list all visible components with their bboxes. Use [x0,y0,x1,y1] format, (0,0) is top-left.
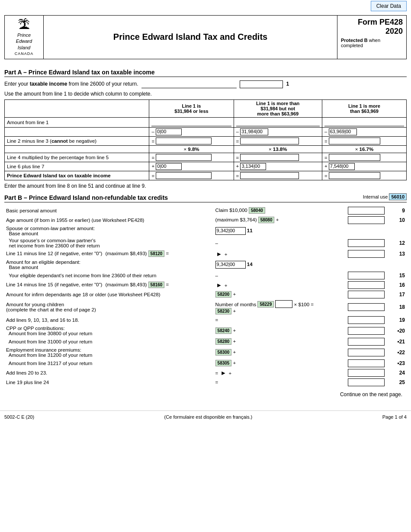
row6-col3-input[interactable] [329,154,381,161]
clear-data-button[interactable]: Clear Data [371,1,407,11]
table-row: Amount for infirm dependants age 18 or o… [4,290,407,299]
col1-header: Line 1 is$31,984 or less [149,99,234,117]
line19-eq: = [214,315,326,325]
table-row: Spouse or common-law partner amount: Bas… [4,225,407,237]
line20-input[interactable] [348,327,385,335]
line13-eq: = [166,251,169,256]
line25-input-cell [346,378,386,387]
line16-empty [326,280,347,290]
footer-left: 5002-C E (20) [4,414,34,420]
line11-label: Spouse or common-law partner amount: Bas… [4,225,214,237]
line16-code: 58160 [148,282,165,288]
row5-col1: × 9.8% [149,145,234,153]
row2-col3-input[interactable] [324,119,404,126]
line16-input[interactable] [348,281,385,289]
line14-linenum: 14 [247,262,253,267]
line9-input[interactable] [348,207,385,215]
line23-input[interactable] [348,359,385,367]
part-a-header: Part A – Prince Edward Island tax on tax… [4,69,407,77]
table-row: Line 2 minus line 3 (cannot be negative)… [5,136,407,145]
line10-input-cell [346,215,386,225]
line19-label: Add lines 9, 10, 13, and 16 to 18. [4,315,214,325]
line24-empty [326,368,347,378]
line9-label: Basic personal amount [4,206,214,215]
line21-empty [326,337,347,346]
line10-claim: (maximum $3,764) 58080 + [214,215,326,225]
row4-col1-input[interactable] [156,138,212,144]
line10-num: 10 [386,215,407,225]
line24-input[interactable] [348,369,385,377]
line22-input-cell [346,346,386,359]
row6-col2-input[interactable] [240,154,299,161]
line21-input[interactable] [348,338,385,346]
row7-col1: + 0|00 [149,162,234,171]
row6-col1-input[interactable] [156,154,212,161]
row7-col3-value: 7,548|00 [329,163,355,170]
line16-arrow: ► + [214,280,326,290]
arrow-icon-13: ► [216,250,222,257]
table-row: Basic personal amount Claim $10,000 5804… [4,206,407,215]
line23-code: 58305 + [214,359,326,368]
logo-cell: 🏝 PrinceEdwardIsland CANADA [5,16,44,59]
line18-input[interactable] [348,303,385,311]
line1-input[interactable] [240,80,283,88]
line25-input[interactable] [348,378,385,386]
line18-input-cell [346,299,386,315]
line11-value: 9,342|00 [215,227,246,235]
row2-col1-input[interactable] [151,119,231,126]
line22-code-badge: 58300 [215,349,232,356]
line25-empty [326,378,347,387]
row8-col3-input[interactable] [329,172,381,179]
row8-col2: = [234,171,322,180]
line24-num: 24 [386,368,407,378]
line12-input[interactable] [348,239,385,247]
line17-code-badge: 58200 [215,291,232,298]
line12-label: Your spouse's or common-law partner's ne… [4,237,214,249]
row4-col2: = [234,136,322,145]
row3-label [5,127,149,136]
line17-code: 58200 + [214,290,326,299]
instruction-2: Use the amount from line 1 to decide whi… [4,91,407,97]
col2-header: Line 1 is more than$31,984 but notmore t… [234,99,322,117]
row8-col2-input[interactable] [240,172,299,179]
row3-col3: – 63,969|00 3 [322,127,406,136]
row4-col2-input[interactable] [240,138,299,144]
row6-col2: = [234,153,322,162]
row7-col2: + 3,134|00 [234,162,322,171]
line15-num: 15 [386,271,407,280]
line19-empty [326,315,347,325]
row5-col3: × 16.7% 5 [322,145,406,153]
line17-input[interactable] [348,291,385,298]
line10-max-label: (maximum $3,764) [215,217,257,222]
row8-col1-input[interactable] [156,172,212,179]
table-row: × 9.8% × 13.8% × 16.7% 5 [5,145,407,153]
line24-input-cell [346,368,386,378]
line10-plus: + [276,217,279,222]
line22-input[interactable] [348,349,385,356]
line13-num: 13 [386,249,407,259]
arrow-icon-24: ► [221,369,227,376]
table-row: Line 4 multiplied by the percentage from… [5,153,407,162]
line18-months-input[interactable] [275,300,292,308]
line19-input[interactable] [348,316,385,324]
row2-col3: 2 [322,117,406,127]
line10-input[interactable] [348,216,385,224]
continue-text: Continue on the next page. [4,391,402,397]
line13-input[interactable] [348,250,385,258]
row2-col2-input[interactable] [236,119,320,126]
form-header: 🏝 PrinceEdwardIsland CANADA Prince Edwar… [4,15,407,59]
row3-col3-value: 63,969|00 [329,128,357,135]
protected-text: Protected B when completed [341,38,403,48]
table-row: Your eligible dependant's net income fro… [4,271,407,280]
line20-input-cell [346,325,386,337]
line23-empty [326,359,347,368]
row4-col3-input[interactable] [329,138,381,144]
line14-num [386,259,407,271]
line17-label: Amount for infirm dependants age 18 or o… [4,290,214,299]
line9-operator [326,206,347,215]
col-label-header [5,99,149,117]
line15-input[interactable] [348,272,385,279]
table-row: Line 14 minus line 15 (if negative, ente… [4,280,407,290]
line22-code: 58300 + [214,346,326,359]
row7-col2-value: 3,134|00 [240,163,266,170]
